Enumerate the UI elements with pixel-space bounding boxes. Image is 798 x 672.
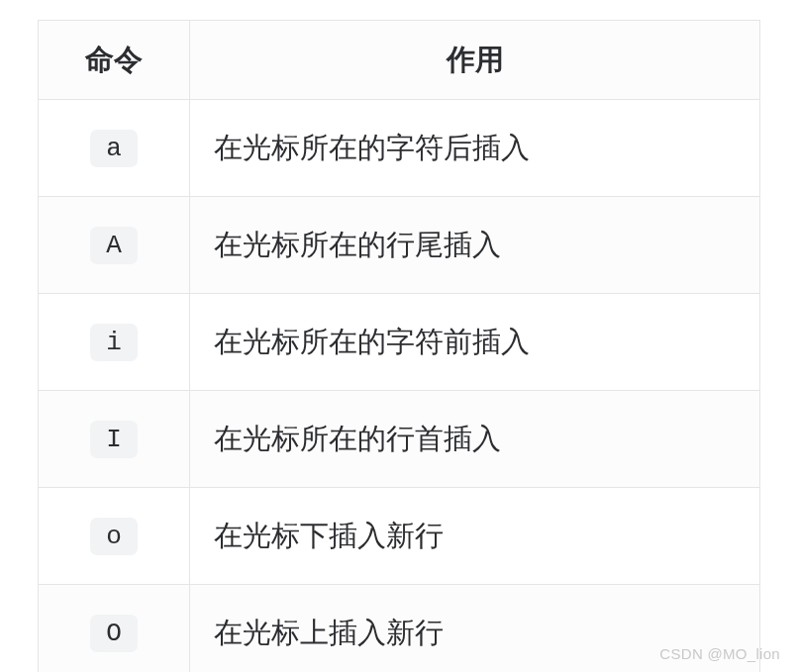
command-code: o [90, 518, 138, 555]
command-cell: a [39, 100, 190, 197]
table-row: o 在光标下插入新行 [39, 488, 760, 585]
command-code: i [90, 324, 138, 361]
command-code: I [90, 421, 138, 458]
vim-commands-table: 命令 作用 a 在光标所在的字符后插入 A 在光标所在的行尾插入 i 在光标所在… [38, 20, 760, 672]
table-row: A 在光标所在的行尾插入 [39, 197, 760, 294]
table-row: O 在光标上插入新行 [39, 585, 760, 673]
header-effect: 作用 [190, 21, 760, 100]
command-cell: o [39, 488, 190, 585]
command-code: O [90, 615, 138, 652]
table-row: a 在光标所在的字符后插入 [39, 100, 760, 197]
table-row: I 在光标所在的行首插入 [39, 391, 760, 488]
command-cell: O [39, 585, 190, 673]
command-cell: A [39, 197, 190, 294]
command-cell: i [39, 294, 190, 391]
command-code: a [90, 130, 138, 167]
effect-cell: 在光标下插入新行 [190, 488, 760, 585]
table-header-row: 命令 作用 [39, 21, 760, 100]
command-cell: I [39, 391, 190, 488]
table-row: i 在光标所在的字符前插入 [39, 294, 760, 391]
effect-cell: 在光标所在的字符前插入 [190, 294, 760, 391]
watermark: CSDN @MO_lion [659, 645, 780, 662]
effect-cell: 在光标所在的字符后插入 [190, 100, 760, 197]
effect-cell: 在光标所在的行尾插入 [190, 197, 760, 294]
header-command: 命令 [39, 21, 190, 100]
command-code: A [90, 227, 138, 264]
effect-cell: 在光标所在的行首插入 [190, 391, 760, 488]
